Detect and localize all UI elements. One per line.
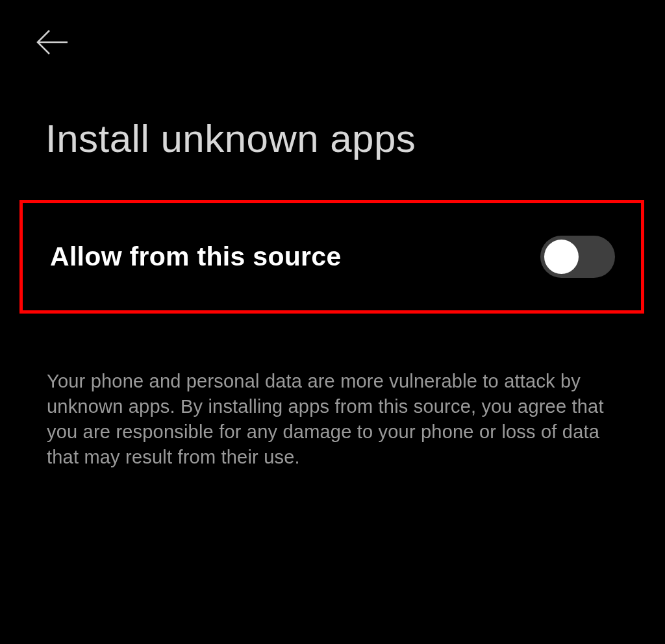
setting-label: Allow from this source xyxy=(50,242,342,272)
back-arrow-icon[interactable] xyxy=(32,26,70,58)
header xyxy=(0,0,665,74)
allow-from-source-row[interactable]: Allow from this source xyxy=(19,200,644,314)
page-title: Install unknown apps xyxy=(0,74,665,180)
allow-from-source-toggle[interactable] xyxy=(540,236,615,278)
warning-description: Your phone and personal data are more vu… xyxy=(0,314,665,471)
toggle-knob xyxy=(544,240,579,274)
